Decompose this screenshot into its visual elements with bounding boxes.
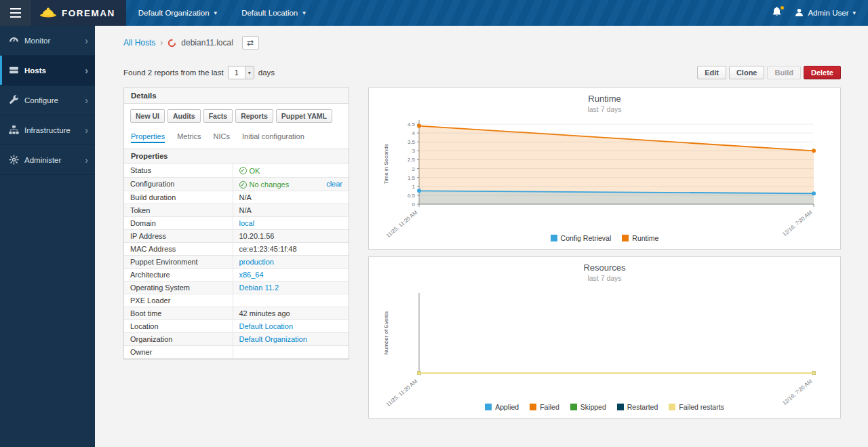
sidebar-item-label: Monitor [24, 37, 79, 45]
ui-switch-button[interactable]: ⇄ [242, 36, 259, 50]
property-label: Architecture [124, 269, 233, 281]
property-value: 10.20.1.56 [233, 230, 349, 243]
legend-item-failed[interactable]: Failed [530, 403, 559, 411]
sidebar: Monitor›Hosts›Configure›Infrastructure›A… [0, 26, 95, 447]
sidebar-item-monitor[interactable]: Monitor› [0, 26, 95, 56]
chevron-right-icon: › [85, 36, 88, 45]
svg-text:0.5: 0.5 [408, 193, 416, 199]
location-select[interactable]: Default Location ▾ [229, 0, 318, 26]
property-row-token: TokenN/A [124, 204, 349, 217]
reports-summary: Found 2 reports from the last 1 ▾ days [123, 66, 275, 79]
hamburger-menu-button[interactable] [0, 0, 31, 26]
property-row-build-duration: Build durationN/A [124, 191, 349, 204]
legend-item-runtime[interactable]: Runtime [622, 234, 658, 242]
svg-text:2.5: 2.5 [408, 157, 416, 163]
foreman-brand[interactable]: FOREMAN [31, 0, 126, 26]
topbar: FOREMAN Default Organization ▾ Default L… [0, 0, 868, 26]
user-menu[interactable]: Admin User ▾ [791, 0, 868, 26]
sidebar-item-configure[interactable]: Configure› [0, 85, 95, 115]
property-value [233, 294, 349, 307]
resources-chart-title: Resources [380, 263, 829, 273]
svg-text:3.5: 3.5 [408, 139, 416, 145]
property-label: Status [124, 163, 233, 177]
sidebar-item-label: Infrastructure [24, 126, 79, 134]
location-select-label: Default Location [241, 9, 298, 17]
clear-link[interactable]: clear [326, 180, 342, 188]
sidebar-item-label: Configure [24, 96, 79, 104]
user-menu-label: Admin User [808, 9, 848, 17]
caret-down-icon: ▾ [214, 9, 218, 16]
operating-system-link[interactable]: Debian 11.2 [239, 284, 279, 292]
legend-item-config-retrieval[interactable]: Config Retrieval [551, 234, 612, 242]
sidebar-item-hosts[interactable]: Hosts› [0, 56, 95, 85]
puppet-environment-link[interactable]: production [239, 258, 274, 266]
legend-item-restarted[interactable]: Restarted [617, 403, 658, 411]
reports-summary-prefix: Found 2 reports from the last [123, 69, 224, 77]
edit-button[interactable]: Edit [697, 66, 726, 79]
resources-chart-subtitle: last 7 days [380, 274, 829, 282]
property-label: Owner [124, 346, 233, 359]
svg-text:3: 3 [412, 148, 416, 154]
os-debian-icon [167, 39, 176, 47]
sidebar-item-infrastructure[interactable]: Infrastructure› [0, 115, 95, 145]
check-circle-icon: ✓ [239, 181, 247, 189]
sidebar-item-administer[interactable]: Administer› [0, 145, 95, 175]
resources-chart-legend: AppliedFailedSkippedRestartedFailed rest… [380, 403, 829, 415]
location-link[interactable]: Default Location [239, 322, 294, 330]
property-value: Debian 11.2 [233, 281, 349, 294]
property-label: Boot time [124, 307, 233, 320]
legend-item-applied[interactable]: Applied [485, 403, 519, 411]
property-value: N/A [233, 204, 349, 217]
topbar-spacer [318, 0, 764, 26]
details-button-facts[interactable]: Facts [203, 109, 233, 123]
legend-item-failed-restarts[interactable]: Failed restarts [669, 403, 724, 411]
foreman-logo-icon [39, 6, 57, 20]
domain-link[interactable]: local [239, 219, 255, 227]
days-select[interactable]: 1 ▾ [228, 66, 254, 79]
property-label: IP Address [124, 230, 233, 243]
architecture-link[interactable]: x86_64 [239, 271, 264, 279]
property-row-status: Status✓OK [124, 163, 349, 177]
tab-nics[interactable]: NICs [214, 132, 230, 143]
svg-text:4: 4 [412, 130, 416, 136]
property-label: Location [124, 320, 233, 333]
notifications-button[interactable] [763, 0, 791, 26]
days-select-value: 1 [229, 66, 245, 79]
clone-button[interactable]: Clone [729, 66, 765, 79]
details-button-reports[interactable]: Reports [235, 109, 273, 123]
tab-initial-configuration[interactable]: Initial configuration [242, 132, 304, 143]
delete-button[interactable]: Delete [804, 66, 841, 79]
caret-down-icon: ▾ [852, 9, 856, 16]
organization-select[interactable]: Default Organization ▾ [126, 0, 229, 26]
tab-properties[interactable]: Properties [131, 132, 165, 143]
property-value: Default Organization [233, 333, 349, 346]
build-button: Build [767, 66, 801, 79]
details-button-new-ui[interactable]: New UI [130, 109, 165, 123]
svg-text:4.5: 4.5 [408, 121, 416, 128]
chevron-right-icon: › [85, 96, 88, 105]
gauge-icon [9, 35, 19, 45]
legend-swatch [622, 235, 629, 241]
chevron-right-icon: › [85, 155, 88, 165]
property-row-location: LocationDefault Location [124, 320, 349, 333]
caret-down-icon: ▾ [245, 66, 254, 79]
breadcrumb-all-hosts-link[interactable]: All Hosts [123, 38, 155, 47]
property-label: Configuration [124, 177, 233, 191]
tab-metrics[interactable]: Metrics [177, 132, 201, 143]
properties-table-body: Status✓OKConfiguration✓No changesclearBu… [124, 163, 349, 359]
property-label: Puppet Environment [124, 256, 233, 269]
property-row-operating-system: Operating SystemDebian 11.2 [124, 281, 349, 294]
server-icon [9, 65, 19, 75]
chevron-right-icon: › [85, 125, 88, 135]
property-row-pxe-loader: PXE Loader [124, 294, 349, 307]
property-label: PXE Loader [124, 294, 233, 307]
legend-item-skipped[interactable]: Skipped [570, 403, 606, 411]
reports-row: Found 2 reports from the last 1 ▾ days E… [123, 66, 841, 79]
details-button-audits[interactable]: Audits [167, 109, 201, 123]
organization-link[interactable]: Default Organization [239, 335, 307, 343]
property-label: Domain [124, 217, 233, 230]
legend-swatch [551, 235, 557, 241]
details-button-row: New UIAuditsFactsReportsPuppet YAML [124, 104, 349, 128]
legend-swatch [617, 404, 624, 410]
details-button-puppet-yaml[interactable]: Puppet YAML [276, 109, 332, 123]
